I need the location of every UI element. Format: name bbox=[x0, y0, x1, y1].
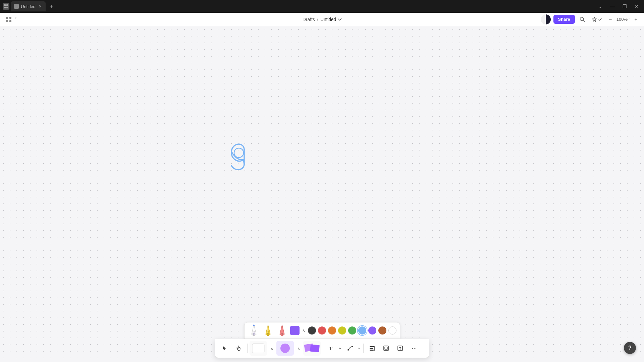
color-blue[interactable] bbox=[358, 326, 366, 335]
help-button[interactable]: ? bbox=[624, 342, 636, 354]
text-tool-expand-icon[interactable]: ▸ bbox=[338, 342, 342, 355]
upload-tool-button[interactable] bbox=[394, 342, 407, 355]
svg-rect-30 bbox=[370, 350, 374, 351]
zoom-value[interactable]: 100% ˅ bbox=[615, 17, 631, 22]
svg-marker-14 bbox=[253, 324, 255, 326]
theme-toggle-button[interactable] bbox=[541, 14, 551, 24]
new-tab-button[interactable]: + bbox=[47, 2, 56, 11]
text-tool-group: T ▸ bbox=[325, 342, 342, 355]
cursor-tool-button[interactable] bbox=[218, 342, 231, 355]
color-yellow-green[interactable] bbox=[338, 326, 346, 335]
canvas[interactable]: ∧ bbox=[0, 26, 644, 362]
breadcrumb-drafts[interactable]: Drafts bbox=[303, 17, 315, 22]
zoom-in-button[interactable]: + bbox=[632, 15, 640, 23]
pen-pink-tool[interactable] bbox=[276, 324, 288, 337]
svg-rect-32 bbox=[384, 346, 388, 351]
zoom-out-button[interactable]: − bbox=[606, 15, 614, 23]
zoom-control: − 100% ˅ + bbox=[606, 15, 640, 23]
color-orange[interactable] bbox=[328, 326, 336, 335]
menubar: ˅ Drafts / Untitled Share bbox=[0, 13, 644, 26]
shape-thumb-white[interactable] bbox=[250, 341, 267, 356]
frame-tool-button[interactable] bbox=[380, 342, 392, 355]
shape-previews: ∧ ∧ bbox=[250, 341, 321, 356]
color-brown[interactable] bbox=[378, 326, 386, 335]
main-toolbar-row: ∧ ∧ bbox=[215, 339, 429, 358]
close-button[interactable]: ✕ bbox=[632, 2, 641, 11]
connector-tool-group: ∧ bbox=[344, 342, 361, 355]
hand-tool-button[interactable] bbox=[232, 342, 245, 355]
svg-rect-2 bbox=[4, 7, 6, 8]
shape-expand-arrow-1[interactable]: ∧ bbox=[268, 342, 275, 355]
zoom-chevron-icon: ˅ bbox=[628, 17, 630, 21]
svg-rect-7 bbox=[9, 20, 11, 22]
svg-point-27 bbox=[352, 346, 353, 347]
selected-color-swatch[interactable] bbox=[290, 326, 300, 335]
svg-rect-6 bbox=[6, 20, 8, 22]
color-purple[interactable] bbox=[368, 326, 376, 335]
more-options-button[interactable]: ··· bbox=[408, 342, 421, 355]
tab-title: Untitled bbox=[21, 4, 36, 9]
breadcrumb: Drafts / Untitled bbox=[303, 17, 342, 22]
shape-thumb-rect[interactable] bbox=[303, 341, 321, 356]
color-expand-arrow[interactable]: ∧ bbox=[302, 328, 306, 333]
color-red[interactable] bbox=[318, 326, 326, 335]
color-white[interactable] bbox=[388, 326, 396, 335]
tab-favicon bbox=[14, 4, 19, 9]
svg-rect-33 bbox=[385, 347, 387, 350]
active-tab[interactable]: Untitled ✕ bbox=[11, 1, 46, 11]
search-icon[interactable] bbox=[578, 15, 587, 24]
connector-tool-button[interactable] bbox=[344, 342, 357, 355]
drawing-letter-a bbox=[227, 140, 254, 177]
share-button[interactable]: Share bbox=[553, 15, 575, 24]
svg-line-9 bbox=[583, 20, 584, 21]
color-green[interactable] bbox=[348, 326, 356, 335]
connector-tool-expand-icon[interactable]: ∧ bbox=[357, 342, 361, 355]
minimize-button[interactable]: — bbox=[608, 2, 617, 11]
svg-rect-3 bbox=[6, 7, 8, 8]
align-tool-button[interactable] bbox=[366, 342, 378, 355]
svg-text:T: T bbox=[329, 346, 332, 351]
menu-chevron-icon[interactable]: ˅ bbox=[15, 17, 17, 21]
window-maximize-down-icon[interactable]: ⌄ bbox=[596, 2, 605, 11]
titlebar: Untitled ✕ + ⌄ — ❐ ✕ bbox=[0, 0, 644, 13]
svg-rect-1 bbox=[6, 4, 8, 6]
color-picker-row: ∧ bbox=[244, 322, 400, 339]
svg-rect-28 bbox=[370, 346, 374, 347]
svg-rect-24 bbox=[310, 344, 319, 352]
divider-3 bbox=[363, 344, 364, 353]
shape-thumb-circle[interactable] bbox=[276, 341, 294, 356]
bottom-toolbar: ∧ bbox=[215, 322, 429, 358]
breadcrumb-separator: / bbox=[317, 17, 318, 22]
magic-tool-button[interactable] bbox=[590, 15, 604, 23]
menubar-right: Share − 100% ˅ + bbox=[541, 14, 640, 24]
breadcrumb-title[interactable]: Untitled bbox=[320, 17, 341, 22]
shape-expand-arrow-2[interactable]: ∧ bbox=[295, 342, 302, 355]
app-logo[interactable] bbox=[4, 15, 13, 24]
window-controls: ⌄ — ❐ ✕ bbox=[596, 2, 641, 11]
svg-rect-5 bbox=[9, 17, 11, 19]
pen-white-tool[interactable] bbox=[248, 324, 260, 337]
svg-rect-4 bbox=[6, 17, 8, 19]
text-tool-button[interactable]: T bbox=[325, 342, 338, 355]
divider-2 bbox=[323, 344, 323, 353]
divider-1 bbox=[247, 344, 248, 353]
svg-point-26 bbox=[347, 349, 349, 351]
svg-rect-0 bbox=[4, 4, 6, 6]
tab-close-icon[interactable]: ✕ bbox=[38, 4, 42, 9]
app-icon bbox=[3, 3, 9, 10]
svg-rect-21 bbox=[252, 344, 264, 353]
svg-rect-29 bbox=[370, 348, 373, 349]
svg-point-22 bbox=[280, 344, 290, 353]
color-black[interactable] bbox=[308, 326, 316, 335]
restore-button[interactable]: ❐ bbox=[620, 2, 629, 11]
pen-yellow-tool[interactable] bbox=[262, 324, 274, 337]
